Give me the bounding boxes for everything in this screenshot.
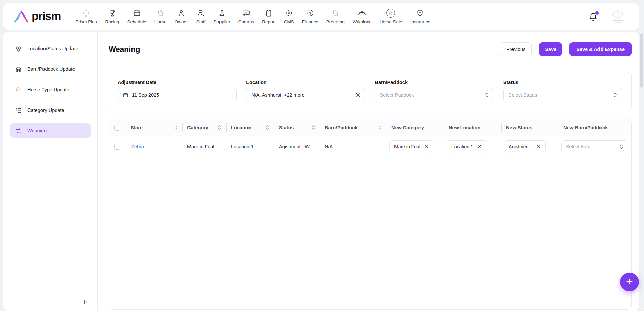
header-actions: Previous Save Save & Add Expense bbox=[500, 42, 632, 56]
sidebar-item-location-status-update[interactable]: Location/Status Update bbox=[10, 41, 91, 56]
column-header-location[interactable]: Location bbox=[226, 119, 274, 136]
sidebar-item-label: Weaning bbox=[27, 128, 47, 133]
nav-item-comms[interactable]: Comms bbox=[238, 9, 254, 24]
column-header-status[interactable]: Status bbox=[274, 119, 320, 136]
prism-logo[interactable]: prism bbox=[3, 9, 72, 24]
scrollbar-thumb[interactable] bbox=[640, 34, 643, 88]
barn-icon bbox=[14, 66, 22, 73]
status-cell: Agistment - W... bbox=[274, 144, 320, 149]
page-header: Weaning Previous Save Save & Add Expense bbox=[109, 42, 632, 57]
sidebar-item-barn-paddock-update[interactable]: Barn/Paddock Update bbox=[10, 62, 91, 76]
sidebar-item-horse-type-update[interactable]: ♘ Horse Type Update bbox=[10, 82, 91, 97]
table-header-row: Mare Category Location Status Barn/Paddo… bbox=[109, 119, 631, 136]
main-nav: Prism Plus Racing Schedule ♘ Horse Owner bbox=[75, 9, 430, 24]
nav-item-report[interactable]: Report bbox=[262, 9, 276, 24]
column-header-mare[interactable]: Mare bbox=[126, 119, 182, 136]
nav-item-horse[interactable]: ♘ Horse bbox=[154, 9, 167, 24]
sort-icon[interactable] bbox=[378, 125, 382, 130]
nav-item-racing[interactable]: Racing bbox=[105, 9, 119, 24]
remove-new-status-icon[interactable] bbox=[537, 145, 541, 149]
previous-button[interactable]: Previous bbox=[500, 42, 532, 56]
horse-icon: ♘ bbox=[332, 9, 339, 18]
column-header-new-status: New Status bbox=[501, 119, 559, 136]
nav-item-horse-sale[interactable]: ♘ Horse Sale bbox=[380, 9, 402, 24]
chevron-up-down-icon bbox=[613, 92, 617, 98]
sort-icon[interactable] bbox=[174, 125, 178, 130]
select-all-checkbox[interactable] bbox=[114, 125, 120, 131]
new-barn-paddock-cell: Select Barn bbox=[559, 140, 631, 153]
checklist-icon bbox=[14, 107, 22, 114]
main-content: Weaning Previous Save Save & Add Expense… bbox=[98, 32, 639, 311]
calendar-icon bbox=[123, 92, 128, 98]
nav-item-finance[interactable]: $ Finance bbox=[302, 9, 318, 24]
sidebar-item-label: Horse Type Update bbox=[27, 87, 69, 92]
sort-icon[interactable] bbox=[266, 125, 269, 130]
barn-paddock-placeholder: Select Paddock bbox=[380, 92, 414, 98]
sidebar-footer bbox=[3, 292, 97, 311]
dollar-seal-icon: $ bbox=[306, 9, 314, 18]
nav-item-cms[interactable]: CMS bbox=[284, 9, 294, 24]
plus-cross-icon bbox=[82, 9, 90, 18]
mare-link[interactable]: Zebra bbox=[131, 144, 144, 149]
nav-item-owner[interactable]: Owner bbox=[175, 9, 188, 24]
nav-item-staff[interactable]: Staff bbox=[196, 9, 206, 24]
prism-logo-icon bbox=[13, 9, 29, 24]
column-header-category[interactable]: Category bbox=[182, 119, 226, 136]
page-title: Weaning bbox=[109, 45, 140, 54]
clear-location-icon[interactable] bbox=[356, 93, 360, 97]
svg-text:$: $ bbox=[309, 11, 311, 15]
sidebar: Location/Status Update Barn/Paddock Upda… bbox=[3, 32, 98, 311]
stable-logo[interactable] bbox=[609, 9, 627, 24]
prism-logo-text: prism bbox=[32, 9, 61, 23]
save-button[interactable]: Save bbox=[539, 42, 562, 56]
filter-barn-paddock: Barn/Paddock Select Paddock bbox=[375, 80, 494, 102]
clipboard-icon bbox=[265, 9, 273, 18]
nav-item-breeding[interactable]: ♘ Breeding bbox=[326, 9, 345, 24]
collapse-sidebar-icon[interactable] bbox=[83, 299, 89, 305]
new-barn-select[interactable]: Select Barn bbox=[561, 140, 628, 153]
row-select-cell bbox=[109, 144, 126, 150]
new-status-chip[interactable]: Agistment - bbox=[504, 140, 546, 153]
filters-card: Adjustment Date 11 Sep 2025 Location N/A… bbox=[109, 72, 632, 111]
save-add-expense-button[interactable]: Save & Add Expense bbox=[569, 42, 632, 56]
new-location-cell: Location 1 bbox=[444, 140, 501, 153]
new-category-cell: Mare in Foal bbox=[387, 140, 444, 153]
sidebar-item-label: Location/Status Update bbox=[27, 46, 78, 51]
adjustment-date-input[interactable]: 11 Sep 2025 bbox=[118, 88, 237, 102]
top-navigation-bar: prism Prism Plus Racing Schedule ♘ Horse bbox=[3, 3, 639, 30]
location-cell: Location 1 bbox=[226, 144, 274, 149]
column-header-barn-paddock[interactable]: Barn/Paddock bbox=[320, 119, 387, 136]
sidebar-item-label: Barn/Paddock Update bbox=[27, 66, 75, 72]
person-pin-icon bbox=[14, 45, 22, 52]
status-select[interactable]: Select Status bbox=[503, 88, 622, 102]
nav-item-insurance[interactable]: Insurance bbox=[410, 9, 430, 24]
remove-new-category-icon[interactable] bbox=[425, 145, 429, 149]
add-button[interactable]: + bbox=[620, 273, 639, 291]
gear-icon bbox=[285, 9, 293, 18]
sidebar-item-weaning[interactable]: Weaning bbox=[10, 123, 91, 138]
location-select[interactable]: N/A, Ashhurst, +22 more bbox=[246, 88, 365, 102]
calendar-icon bbox=[133, 9, 141, 18]
new-location-chip[interactable]: Location 1 bbox=[447, 140, 486, 153]
status-placeholder: Select Status bbox=[508, 92, 537, 98]
nav-item-supplier[interactable]: Supplier bbox=[213, 9, 230, 24]
sidebar-item-category-update[interactable]: Category Update bbox=[10, 103, 91, 118]
notifications-button[interactable] bbox=[589, 12, 598, 21]
nav-item-schedule[interactable]: Schedule bbox=[127, 9, 146, 24]
nav-item-prism-plus[interactable]: Prism Plus bbox=[75, 9, 97, 24]
topbar-right bbox=[589, 9, 639, 24]
barn-paddock-select[interactable]: Select Paddock bbox=[375, 88, 494, 102]
location-value: N/A, Ashhurst, +22 more bbox=[251, 92, 304, 98]
location-label: Location bbox=[246, 80, 365, 85]
remove-new-location-icon[interactable] bbox=[477, 145, 481, 149]
chevron-up-down-icon bbox=[619, 144, 623, 149]
nav-item-wrkplace[interactable]: Wrkplace bbox=[353, 9, 372, 24]
row-checkbox[interactable] bbox=[114, 144, 120, 150]
sort-icon[interactable] bbox=[312, 125, 315, 130]
sidebar-item-label: Category Update bbox=[27, 107, 64, 113]
shield-plus-icon bbox=[416, 9, 424, 18]
adjustment-date-label: Adjustment Date bbox=[118, 80, 237, 85]
barn-paddock-label: Barn/Paddock bbox=[375, 80, 494, 85]
new-category-chip[interactable]: Mare in Foal bbox=[389, 140, 433, 153]
sort-icon[interactable] bbox=[218, 125, 222, 130]
